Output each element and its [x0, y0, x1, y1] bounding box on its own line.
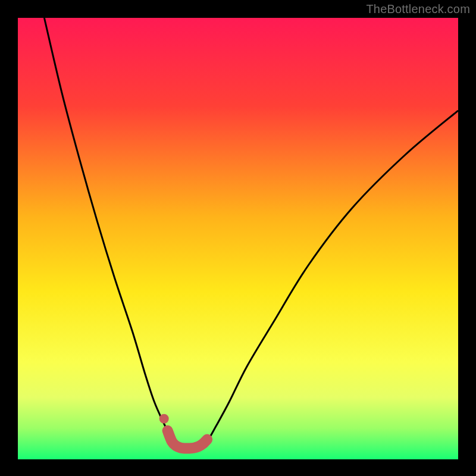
gradient-background: [18, 18, 458, 459]
outer-frame: TheBottleneck.com: [0, 0, 476, 476]
marker-dot: [159, 414, 169, 424]
plot-area: [18, 18, 458, 459]
chart-svg: [18, 18, 458, 459]
watermark-text: TheBottleneck.com: [366, 2, 470, 16]
